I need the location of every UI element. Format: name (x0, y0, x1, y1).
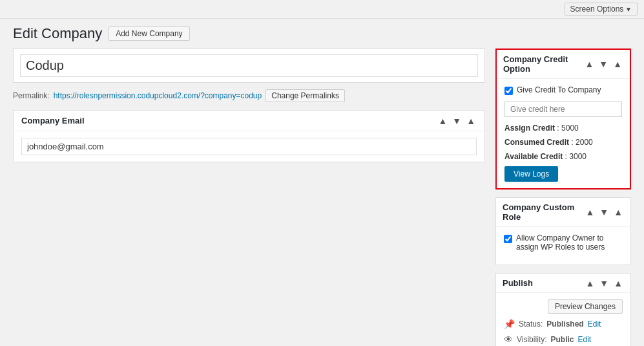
credit-panel-collapse-button[interactable]: ▲ (612, 59, 623, 69)
email-panel-up-button[interactable]: ▲ (437, 116, 448, 125)
publish-title: Publish (503, 278, 533, 288)
credit-panel-up-button[interactable]: ▲ (583, 59, 595, 69)
permalink-link[interactable]: https://rolesnpermission.codupcloud2.com… (54, 91, 262, 100)
assign-credit-row: Assign Credit : 5000 (504, 124, 622, 133)
company-email-title: Company Email (21, 116, 85, 125)
available-credit-row: Available Credit : 3000 (504, 152, 622, 161)
give-credit-checkbox[interactable] (504, 87, 513, 95)
company-email-input[interactable] (21, 138, 477, 155)
main-column: Permalink: https://rolesnpermission.codu… (13, 49, 485, 170)
publish-up-button[interactable]: ▲ (584, 279, 596, 288)
pin-icon: 📌 (504, 319, 515, 329)
status-value: Published (546, 319, 583, 329)
publish-rows: 📌 Status: Published Edit 👁 Visibility: P… (504, 319, 623, 346)
custom-role-collapse-button[interactable]: ▲ (612, 208, 624, 217)
meta-box-controls: ▲ ▼ ▲ (437, 116, 477, 125)
assign-credit-label: Assign Credit (504, 124, 555, 133)
assign-credit-value: 5000 (561, 124, 579, 133)
credit-panel-down-button[interactable]: ▼ (597, 59, 609, 69)
top-bar: Screen Options (0, 0, 644, 19)
visibility-label: Visibility: (517, 335, 546, 344)
company-credit-panel-header: Company Credit Option ▲ ▼ ▲ (497, 50, 630, 79)
company-email-panel: Company Email ▲ ▼ ▲ (13, 110, 485, 162)
company-credit-panel: Company Credit Option ▲ ▼ ▲ Give Credit … (495, 49, 631, 189)
preview-changes-button[interactable]: Preview Changes (548, 299, 623, 314)
publish-panel: Publish ▲ ▼ ▲ Preview Changes 📌 Statu (495, 273, 631, 346)
side-column: Company Credit Option ▲ ▼ ▲ Give Credit … (495, 49, 631, 346)
permalink-label: Permalink: (13, 91, 50, 100)
custom-role-up-button[interactable]: ▲ (584, 208, 596, 217)
email-panel-collapse-button[interactable]: ▲ (465, 116, 477, 125)
available-credit-label: Available Credit (504, 152, 563, 161)
company-email-panel-header: Company Email ▲ ▼ ▲ (14, 111, 484, 131)
credit-panel-controls: ▲ ▼ ▲ (583, 59, 623, 69)
publish-panel-header: Publish ▲ ▼ ▲ (496, 274, 630, 293)
available-credit-value: 3000 (569, 152, 587, 161)
company-credit-title: Company Credit Option (503, 54, 583, 74)
eye-icon: 👁 (504, 334, 513, 345)
custom-role-down-button[interactable]: ▼ (598, 208, 610, 217)
company-email-panel-body (14, 131, 484, 162)
consumed-credit-row: Consumed Credit : 2000 (504, 138, 622, 147)
screen-options-button[interactable]: Screen Options (565, 3, 638, 16)
title-box (13, 49, 485, 83)
consumed-credit-label: Consumed Credit (504, 138, 569, 147)
custom-role-panel-header: Company Custom Role ▲ ▼ ▲ (496, 198, 630, 227)
custom-role-panel-body: Allow Company Owner to assign WP Roles t… (496, 227, 630, 265)
add-new-company-button[interactable]: Add New Company (109, 27, 189, 41)
change-permalinks-button[interactable]: Change Permalinks (265, 89, 345, 102)
view-logs-button[interactable]: View Logs (504, 166, 558, 182)
give-credit-row: Give Credit To Company (504, 85, 622, 95)
status-edit-link[interactable]: Edit (588, 319, 601, 329)
visibility-row: 👁 Visibility: Public Edit (504, 334, 623, 345)
status-row: 📌 Status: Published Edit (504, 319, 623, 329)
publish-collapse-button[interactable]: ▲ (612, 279, 624, 288)
company-credit-panel-body: Give Credit To Company Assign Credit : 5… (497, 79, 630, 188)
content-area: Permalink: https://rolesnpermission.codu… (13, 49, 631, 346)
give-credit-label: Give Credit To Company (517, 85, 601, 94)
permalink-row: Permalink: https://rolesnpermission.codu… (13, 89, 485, 102)
company-custom-role-panel: Company Custom Role ▲ ▼ ▲ Allow Company … (495, 197, 631, 265)
allow-wp-roles-row: Allow Company Owner to assign WP Roles t… (504, 233, 623, 252)
custom-role-title: Company Custom Role (503, 202, 584, 222)
page-title: Edit Company (13, 25, 102, 42)
visibility-edit-link[interactable]: Edit (577, 335, 591, 344)
publish-controls: ▲ ▼ ▲ (584, 279, 624, 288)
email-panel-down-button[interactable]: ▼ (451, 116, 462, 125)
allow-wp-roles-checkbox[interactable] (504, 235, 512, 243)
publish-down-button[interactable]: ▼ (598, 279, 610, 288)
company-name-input[interactable] (20, 54, 478, 77)
consumed-credit-value: 2000 (576, 138, 593, 147)
publish-panel-body: Preview Changes 📌 Status: Published Edit… (496, 293, 630, 346)
visibility-value: Public (550, 335, 574, 344)
allow-wp-roles-label: Allow Company Owner to assign WP Roles t… (516, 233, 623, 252)
page-wrap: Edit Company Add New Company Permalink: … (0, 19, 644, 346)
give-credit-input[interactable] (504, 102, 622, 117)
page-header: Edit Company Add New Company (13, 25, 631, 42)
status-label: Status: (519, 319, 543, 329)
custom-role-controls: ▲ ▼ ▲ (584, 208, 624, 217)
